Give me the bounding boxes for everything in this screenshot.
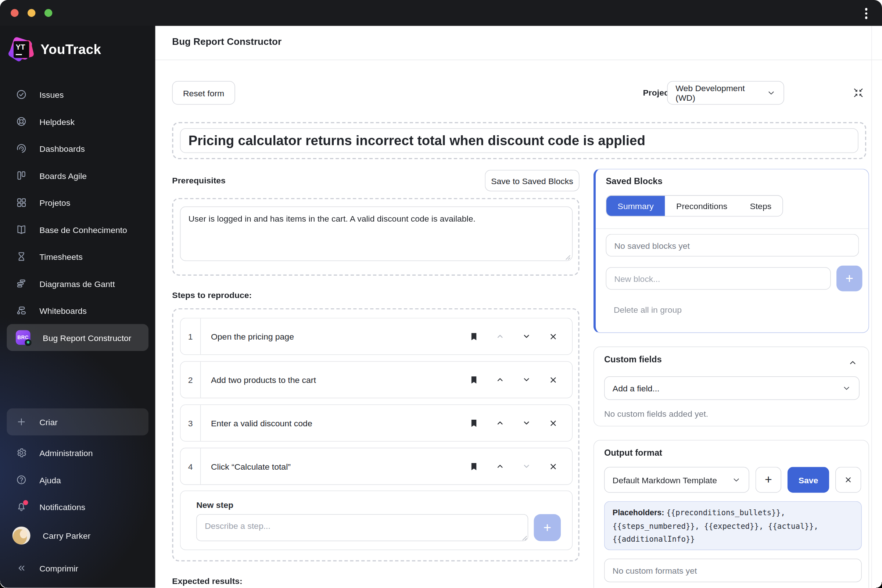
- hourglass-icon: [16, 251, 27, 262]
- save-format-button[interactable]: Save: [788, 467, 829, 492]
- move-down-icon[interactable]: [521, 461, 532, 472]
- step-number: 1: [180, 318, 201, 354]
- sidebar-item-criar[interactable]: Criar: [7, 408, 148, 435]
- reset-form-button[interactable]: Reset form: [172, 81, 235, 104]
- page-header: Bug Report Constructor: [155, 26, 882, 60]
- board-columns-icon: [16, 170, 27, 181]
- kebab-menu-icon[interactable]: [862, 7, 871, 20]
- add-block-button[interactable]: +: [836, 266, 862, 291]
- collapse-panel-icon[interactable]: [852, 87, 865, 99]
- move-down-icon[interactable]: [521, 331, 532, 342]
- divider: [596, 228, 868, 229]
- step-text[interactable]: Click “Calculate total”: [201, 448, 468, 484]
- saved-blocks-empty: No saved blocks yet: [606, 234, 859, 256]
- move-up-icon[interactable]: [494, 374, 506, 386]
- output-format-select[interactable]: Default Markdown Template: [604, 467, 749, 492]
- zoom-window-button[interactable]: [45, 9, 52, 16]
- output-format-panel: Output format Default Markdown Template …: [594, 440, 869, 588]
- save-to-saved-blocks-button[interactable]: Save to Saved Blocks: [485, 170, 579, 191]
- sidebar-item-projetos[interactable]: Projetos: [0, 189, 155, 216]
- youtrack-logo-icon: YT: [8, 36, 34, 63]
- step-row: 3 Enter a valid discount code: [180, 405, 573, 442]
- brand: YT YouTrack: [8, 36, 101, 63]
- sidebar-item-notifications[interactable]: Notifications: [0, 493, 155, 520]
- step-text[interactable]: Open the pricing page: [201, 318, 468, 354]
- sidebar-item-bug-report-constructor[interactable]: BRC Bug Report Constructor: [7, 324, 148, 351]
- delete-step-icon[interactable]: [547, 417, 559, 429]
- sidebar-item-issues[interactable]: Issues: [0, 81, 155, 108]
- window-corner: [876, 582, 882, 588]
- window-titlebar: [0, 0, 882, 26]
- help-circle-icon: [16, 474, 27, 486]
- collapse-section-icon[interactable]: [848, 358, 857, 367]
- main-content: Bug Report Constructor Reset form Projec…: [155, 26, 882, 588]
- tab-preconditions[interactable]: Preconditions: [665, 196, 738, 216]
- page-title: Bug Report Constructor: [172, 36, 282, 48]
- delete-all-in-group-link[interactable]: Delete all in group: [614, 305, 682, 315]
- custom-fields-title: Custom fields: [604, 354, 662, 364]
- add-step-button[interactable]: +: [534, 514, 561, 541]
- bookmark-icon[interactable]: [468, 461, 479, 472]
- add-field-select[interactable]: Add a field...: [604, 376, 860, 400]
- new-step-textarea[interactable]: [196, 514, 528, 541]
- sidebar-item-ajuda[interactable]: Ajuda: [0, 466, 155, 493]
- move-up-icon[interactable]: [494, 461, 506, 472]
- sidebar-item-whiteboards[interactable]: Whiteboards: [0, 297, 155, 324]
- sidebar-item-administration[interactable]: Administration: [0, 439, 155, 466]
- sidebar-item-diagramas-de-gantt[interactable]: Diagramas de Gantt: [0, 270, 155, 297]
- step-number: 4: [180, 448, 201, 484]
- brand-name: YouTrack: [40, 42, 101, 57]
- issue-title-dropzone: [172, 122, 866, 159]
- sidebar-item-user[interactable]: Carry Parker: [0, 522, 155, 549]
- avatar: [12, 526, 30, 544]
- bookmark-icon[interactable]: [468, 374, 479, 386]
- gear-icon: [16, 447, 27, 459]
- bookmark-icon[interactable]: [468, 417, 479, 429]
- saved-blocks-title: Saved Blocks: [606, 176, 662, 186]
- sidebar-item-comprimir[interactable]: Comprimir: [0, 555, 155, 581]
- delete-step-icon[interactable]: [547, 461, 559, 472]
- scroll-gutter: [872, 26, 872, 588]
- sidebar-item-dashboards[interactable]: Dashboards: [0, 135, 155, 162]
- step-text[interactable]: Enter a valid discount code: [201, 405, 468, 441]
- placeholders-info-box: Placeholders: {{preconditions_bullets}},…: [604, 501, 862, 550]
- delete-step-icon[interactable]: [547, 331, 559, 342]
- check-circle-icon: [16, 89, 27, 100]
- sidebar-item-base-de-conhecimento[interactable]: Base de Conhecimento: [0, 216, 155, 243]
- sidebar-item-boards-agile[interactable]: Boards Agile: [0, 162, 155, 189]
- sidebar-nav: Issues Helpdesk Dashboards Boards Agile: [0, 81, 155, 351]
- sidebar-item-helpdesk[interactable]: Helpdesk: [0, 108, 155, 135]
- new-block-input[interactable]: [606, 267, 831, 290]
- issue-title-input[interactable]: [180, 128, 858, 153]
- gantt-bars-icon: [16, 278, 27, 289]
- chevron-down-icon: [732, 475, 741, 484]
- step-row: 1 Open the pricing page: [180, 318, 573, 355]
- tab-summary[interactable]: Summary: [606, 196, 665, 216]
- steps-dropzone: 1 Open the pricing page 2 Add two produc…: [172, 308, 579, 561]
- close-window-button[interactable]: [10, 9, 18, 16]
- close-format-icon[interactable]: [836, 467, 861, 492]
- custom-fields-empty: No custom fields added yet.: [604, 409, 708, 418]
- tab-steps[interactable]: Steps: [739, 196, 783, 216]
- add-format-button[interactable]: +: [756, 467, 781, 492]
- minimize-window-button[interactable]: [28, 9, 35, 16]
- prerequisites-textarea[interactable]: User is logged in and has items in the c…: [180, 207, 573, 261]
- prerequisites-dropzone: User is logged in and has items in the c…: [172, 198, 579, 276]
- sidebar-item-timesheets[interactable]: Timesheets: [0, 243, 155, 270]
- brc-badge-icon: BRC: [16, 330, 30, 345]
- delete-step-icon[interactable]: [547, 374, 559, 386]
- bookmark-icon[interactable]: [468, 331, 479, 342]
- chevron-down-icon: [766, 88, 776, 97]
- chevrons-left-icon: [16, 562, 27, 574]
- step-text[interactable]: Add two products to the cart: [201, 362, 468, 398]
- project-select[interactable]: Web Development (WD): [667, 81, 784, 104]
- bell-icon: [16, 501, 27, 513]
- move-up-icon[interactable]: [494, 331, 506, 342]
- move-up-icon[interactable]: [494, 417, 506, 429]
- grid-icon: [16, 197, 27, 208]
- nodes-icon: [16, 305, 27, 316]
- move-down-icon[interactable]: [521, 374, 532, 386]
- new-step-label: New step: [196, 500, 233, 510]
- move-down-icon[interactable]: [521, 417, 532, 429]
- step-row: 4 Click “Calculate total”: [180, 448, 573, 485]
